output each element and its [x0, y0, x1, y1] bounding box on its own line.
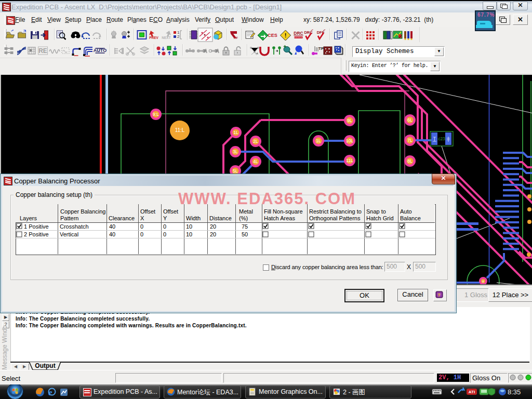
svg-text:RE: RE: [38, 47, 47, 55]
svg-text:5L: 5L: [233, 168, 238, 174]
svg-text:CES: CES: [268, 33, 277, 38]
svg-text:10L: 10L: [346, 138, 353, 143]
svg-text:20: 20: [210, 223, 216, 230]
svg-text:(%): (%): [239, 215, 248, 221]
svg-text:40: 40: [109, 231, 115, 237]
svg-text:NEXT: NEXT: [162, 36, 170, 39]
svg-text:Crosshatch: Crosshatch: [60, 223, 89, 230]
svg-text:8L: 8L: [407, 158, 413, 164]
svg-text:0: 0: [140, 223, 143, 230]
svg-text:3L: 3L: [233, 149, 238, 154]
svg-text:Hatch Grid: Hatch Grid: [366, 215, 394, 221]
svg-text:Restrict Balancing to: Restrict Balancing to: [309, 208, 362, 215]
svg-text:Vertical: Vertical: [60, 231, 78, 237]
svg-text:X: X: [140, 215, 144, 221]
svg-text:2 Positive: 2 Positive: [24, 231, 49, 237]
svg-text:7L: 7L: [407, 138, 413, 143]
svg-text:Offset: Offset: [163, 208, 178, 215]
svg-text:Auto: Auto: [400, 208, 412, 215]
svg-text:Hatch Areas: Hatch Areas: [264, 215, 295, 221]
svg-text:10: 10: [186, 223, 192, 230]
svg-text:Balance: Balance: [400, 215, 421, 221]
svg-text:Metal: Metal: [239, 208, 253, 215]
svg-text:TP: TP: [318, 46, 324, 51]
svg-text:Orthogonal Patterns: Orthogonal Patterns: [309, 215, 361, 221]
svg-text:Pattern: Pattern: [60, 215, 78, 221]
svg-text:Layers: Layers: [20, 215, 37, 221]
svg-text:Distance: Distance: [209, 215, 232, 221]
svg-text:?: ?: [437, 292, 441, 298]
svg-text:0: 0: [163, 223, 166, 230]
svg-text:4L: 4L: [253, 159, 258, 164]
svg-text:RF: RF: [234, 36, 238, 39]
svg-text:9L: 9L: [347, 118, 352, 123]
svg-text:Output: Output: [35, 362, 55, 369]
svg-text:75: 75: [242, 223, 248, 230]
svg-text:Snap to: Snap to: [366, 208, 386, 215]
svg-text:Offset: Offset: [140, 208, 155, 215]
svg-text:40: 40: [109, 223, 115, 230]
svg-text:11L: 11L: [346, 158, 353, 163]
svg-text:10: 10: [186, 231, 192, 237]
svg-text:DRC: DRC: [304, 30, 313, 35]
svg-text:Fill Non-square: Fill Non-square: [264, 208, 303, 215]
svg-text:0: 0: [140, 231, 143, 237]
svg-text:2L: 2L: [253, 139, 258, 144]
svg-text:50: 50: [242, 231, 248, 237]
svg-text:2: 2: [177, 34, 180, 39]
svg-text:6L: 6L: [407, 117, 413, 123]
svg-text:1L: 1L: [233, 130, 238, 135]
svg-text:20: 20: [210, 231, 216, 237]
svg-text:c23: c23: [438, 136, 445, 141]
svg-text:1L: 1L: [316, 138, 321, 143]
svg-text:!: !: [285, 32, 287, 38]
svg-text:1 Positive: 1 Positive: [24, 223, 49, 230]
svg-text:9:L: 9:L: [153, 112, 159, 117]
svg-text:DRC: DRC: [294, 31, 303, 36]
svg-text:Y: Y: [163, 215, 167, 221]
svg-text:11:L: 11:L: [175, 127, 185, 133]
svg-text:Width: Width: [186, 215, 201, 221]
svg-text:PREV: PREV: [149, 36, 158, 39]
svg-text:Copper Balancing: Copper Balancing: [60, 208, 105, 215]
svg-text:ATI: ATI: [469, 390, 475, 394]
svg-text:Clearance: Clearance: [109, 215, 135, 221]
svg-text:0: 0: [163, 231, 166, 237]
